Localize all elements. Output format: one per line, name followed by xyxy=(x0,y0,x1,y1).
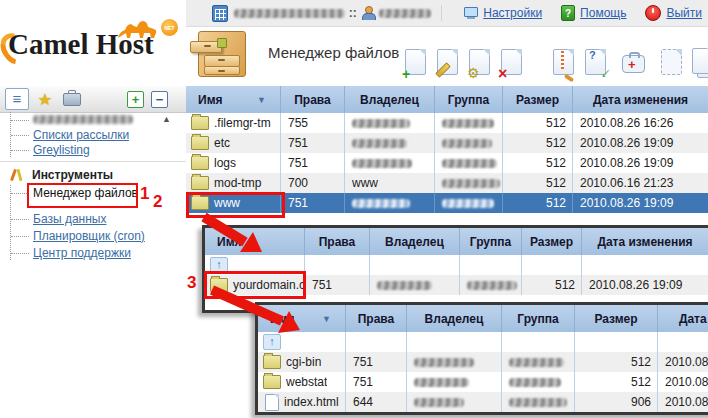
column-header-perms[interactable]: Права xyxy=(281,86,345,113)
greylisting-link[interactable]: Greylisting xyxy=(33,143,90,157)
column-header-group[interactable]: Группа xyxy=(502,305,575,332)
table-header: Имя▼ Права Владелец Группа Размер Дата и… xyxy=(186,86,708,113)
redacted-group xyxy=(442,159,497,168)
table-row-selected-www[interactable]: www 751 512 2010.08.26 19:09 xyxy=(186,193,708,213)
column-header-perms[interactable]: Права xyxy=(346,305,407,332)
databases-link[interactable]: Базы данных xyxy=(33,212,106,226)
settings-link[interactable]: Настройки xyxy=(483,6,542,20)
redacted-account-text xyxy=(234,9,345,18)
column-header-owner[interactable]: Владелец xyxy=(407,305,502,332)
file-manager-link[interactable]: Менеджер файлов xyxy=(33,186,138,200)
top-links: Настройки ? Помощь Выйти xyxy=(452,5,702,21)
redacted-owner xyxy=(377,281,432,290)
services-button[interactable] xyxy=(61,89,83,109)
folder-icon xyxy=(191,156,209,170)
expand-all-button[interactable]: + xyxy=(127,91,144,108)
edit-file-button[interactable] xyxy=(436,48,460,78)
logout-link-group: Выйти xyxy=(645,5,702,21)
column-header-group[interactable]: Группа xyxy=(460,228,522,255)
calculator-icon[interactable] xyxy=(212,5,228,22)
column-header-name[interactable]: Имя xyxy=(205,228,305,255)
table-row-webstat[interactable]: webstat 751 512 2010.08.26 xyxy=(258,372,708,392)
column-header-owner[interactable]: Владелец xyxy=(370,228,460,255)
redacted-owner xyxy=(414,358,474,367)
sort-desc-icon: ▼ xyxy=(257,95,266,105)
table-row-yourdomain[interactable]: yourdomain.com 751 512 2010.08.26 19:09 xyxy=(205,275,708,295)
folder-icon xyxy=(191,196,209,210)
redacted-owner xyxy=(414,398,464,407)
redacted-owner xyxy=(414,378,469,387)
archive-button[interactable] xyxy=(552,48,576,78)
sidebar-item-file-manager[interactable]: Менеджер файлов xyxy=(11,185,145,200)
sort-desc-icon: ▼ xyxy=(322,314,331,324)
favorites-button[interactable]: ★ xyxy=(34,89,56,109)
file-toolbar: + ⚙ × ?↓ + xyxy=(404,48,708,78)
collapse-all-button[interactable]: − xyxy=(151,91,168,108)
file-table-root: Имя▼ Права Владелец Группа Размер Дата и… xyxy=(186,86,708,213)
table-row[interactable]: mod-tmp 700 www 512 2010.06.16 21:23 xyxy=(186,173,708,193)
redacted-username xyxy=(379,9,432,18)
cron-link[interactable]: Планировщик (cron) xyxy=(33,229,145,243)
column-header-size[interactable]: Размер xyxy=(575,305,658,332)
sidebar-item-databases[interactable]: Базы данных xyxy=(11,211,145,226)
support-link[interactable]: Центр поддержки xyxy=(33,246,131,260)
sidebar-item-cron[interactable]: Планировщик (cron) xyxy=(11,228,145,243)
column-header-size[interactable]: Размер xyxy=(522,228,582,255)
column-header-group[interactable]: Группа xyxy=(435,86,503,113)
extract-button[interactable]: ?↓ xyxy=(584,48,608,78)
menu-view-button[interactable]: ≡ xyxy=(5,88,29,110)
user-avatar-icon[interactable] xyxy=(361,6,374,20)
sidebar-item-support[interactable]: Центр поддержки xyxy=(11,245,145,260)
table-row-cgi-bin[interactable]: cgi-bin 751 512 2010.08.26 xyxy=(258,352,708,372)
drawer xyxy=(204,66,240,75)
table-row[interactable]: logs 751 512 2010.08.26 19:09 xyxy=(186,153,708,173)
repair-button[interactable]: + xyxy=(622,48,646,78)
redacted-owner xyxy=(352,119,410,128)
mailing-lists-link[interactable]: Списки рассылки xyxy=(33,128,129,142)
column-header-perms[interactable]: Права xyxy=(305,228,370,255)
table-row[interactable]: etc 751 512 2010.08.26 19:09 xyxy=(186,133,708,153)
redacted-group xyxy=(442,179,500,188)
briefcase-icon xyxy=(63,93,81,106)
tools-section-header: Инструменты xyxy=(10,168,113,182)
sidebar-item-mailing-lists[interactable]: Списки рассылки xyxy=(11,127,133,142)
column-header-date[interactable]: Дата изменения xyxy=(582,228,708,255)
tools-section-title: Инструменты xyxy=(32,168,113,182)
column-header-owner[interactable]: Владелец xyxy=(345,86,435,113)
paste-button[interactable] xyxy=(660,48,684,78)
column-header-date[interactable]: Дата изменения xyxy=(658,305,708,332)
delete-file-button[interactable]: × xyxy=(500,48,524,78)
zipper-icon xyxy=(561,51,564,69)
parent-directory-row[interactable]: ↑ xyxy=(258,332,708,352)
table-row-index-html[interactable]: index.html 644 906 2010.08.26 xyxy=(258,392,708,412)
sidebar-item-redacted xyxy=(11,112,133,127)
divider xyxy=(441,5,442,21)
help-link[interactable]: Помощь xyxy=(580,6,626,20)
table-row[interactable]: .filemgr-tm 755 512 2010.08.26 16:26 xyxy=(186,113,708,133)
file-table-www: Имя Права Владелец Группа Размер Дата из… xyxy=(202,225,708,313)
file-attributes-button[interactable]: ⚙ xyxy=(468,48,492,78)
sidebar-mail-section: Списки рассылки Greylisting xyxy=(10,112,133,157)
redacted-group xyxy=(442,199,494,208)
copy-button[interactable] xyxy=(692,48,708,78)
redacted-group xyxy=(442,119,494,128)
column-header-name[interactable]: Имя▼ xyxy=(186,86,281,113)
redacted-group xyxy=(509,398,567,407)
new-file-button[interactable]: + xyxy=(404,48,428,78)
up-directory-icon[interactable]: ↑ xyxy=(263,334,281,350)
star-icon: ★ xyxy=(38,90,52,109)
column-header-date[interactable]: Дата изменения xyxy=(573,86,708,113)
parent-directory-row[interactable]: ↑ xyxy=(205,255,708,275)
scroll-up-arrow[interactable]: ▲ xyxy=(162,114,171,124)
column-header-name[interactable]: Имя▼ xyxy=(258,305,346,332)
camel-icon xyxy=(114,16,164,42)
brand-logo[interactable]: Camel Host NET xyxy=(2,20,186,68)
open-drawer xyxy=(190,41,222,53)
folder-icon xyxy=(191,176,209,190)
settings-icon xyxy=(464,7,478,19)
file-cabinet-icon xyxy=(198,31,246,77)
up-directory-icon[interactable]: ↑ xyxy=(210,257,228,273)
logout-link[interactable]: Выйти xyxy=(666,6,702,20)
sidebar-item-greylisting[interactable]: Greylisting xyxy=(11,142,133,157)
column-header-size[interactable]: Размер xyxy=(503,86,573,113)
